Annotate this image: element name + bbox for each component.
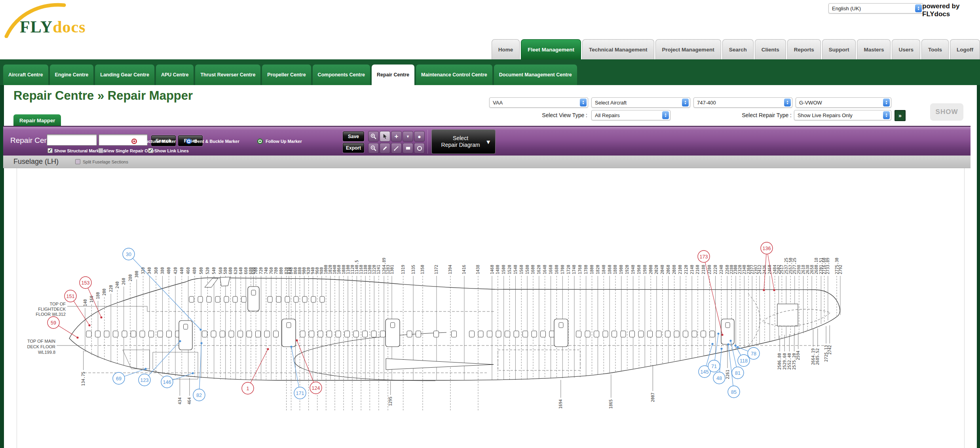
svg-text:500: 500 xyxy=(199,267,203,274)
expand-button[interactable]: » xyxy=(895,110,906,121)
svg-text:840: 840 xyxy=(289,267,293,274)
svg-text:2200: 2200 xyxy=(707,265,712,274)
split-fuselage-label: Split Fuselage Sections xyxy=(83,159,128,164)
main-tab-project-management[interactable]: Project Management xyxy=(655,39,721,59)
fuselage-diagram[interactable]: 1401601802002202402602803003203403603804… xyxy=(0,168,980,448)
door xyxy=(179,321,192,350)
sub-tab-landing-gear-centre[interactable]: Landing Gear Centre xyxy=(95,65,154,85)
main-tab-support[interactable]: Support xyxy=(822,39,856,59)
pencil-button[interactable] xyxy=(380,143,390,154)
split-fuselage-checkbox[interactable] xyxy=(75,159,80,164)
checkbox-show-link-lines[interactable]: ✓ xyxy=(148,148,153,153)
svg-text:1540: 1540 xyxy=(513,265,518,274)
svg-text:720: 720 xyxy=(259,267,263,274)
diagram-button-label: SelectRepair Diagram xyxy=(436,135,485,148)
legend-marker-icon xyxy=(257,139,263,144)
export-button[interactable]: Export xyxy=(343,143,364,153)
svg-text:780: 780 xyxy=(274,267,278,274)
svg-text:TOP OF: TOP OF xyxy=(49,302,66,306)
zoom-out-button[interactable] xyxy=(368,143,379,154)
sub-tab-propeller-centre[interactable]: Propeller Centre xyxy=(262,65,311,85)
svg-text:1860: 1860 xyxy=(608,265,612,274)
zoom-in-button[interactable] xyxy=(368,131,379,142)
ellipse-tool-button[interactable] xyxy=(414,143,425,154)
svg-text:1200: 1200 xyxy=(368,265,372,274)
svg-text:2658: 2658 xyxy=(810,265,814,274)
svg-text:123: 123 xyxy=(141,378,149,383)
main-tab-users[interactable]: Users xyxy=(892,39,920,59)
sub-tab-engine-centre[interactable]: Engine Centre xyxy=(50,65,94,85)
repair-type-select[interactable]: Show Live Repairs Only▲▼ xyxy=(794,110,891,120)
main-tab-home[interactable]: Home xyxy=(492,39,520,59)
sub-tab-apu-centre[interactable]: APU Centre xyxy=(156,65,194,85)
sub-tab-repair-centre[interactable]: Repair Centre xyxy=(372,65,414,85)
show-button[interactable]: SHOW xyxy=(930,103,963,121)
legend-item: Dent & Buckle Marker xyxy=(186,139,239,144)
main-tab-clients[interactable]: Clients xyxy=(755,39,786,59)
svg-text:1820: 1820 xyxy=(596,265,600,274)
main-tab-fleet-management[interactable]: Fleet Management xyxy=(521,39,581,59)
svg-text:740: 740 xyxy=(264,267,268,274)
legend-item: Structural Marker xyxy=(131,139,176,144)
line-tool-button[interactable] xyxy=(391,143,402,154)
main-tab-technical-management[interactable]: Technical Management xyxy=(582,39,654,59)
door xyxy=(248,287,259,311)
tab-repair-mapper[interactable]: Repair Mapper xyxy=(13,114,61,127)
svg-text:151: 151 xyxy=(66,294,75,299)
svg-text:118: 118 xyxy=(740,358,748,364)
fuselage-section-title: Fuselage (LH) xyxy=(13,158,59,166)
svg-text:1372: 1372 xyxy=(434,265,439,274)
svg-text:440: 440 xyxy=(180,267,184,274)
save-button[interactable]: Save xyxy=(343,131,364,141)
checkbox-view-single-repair-only[interactable] xyxy=(98,148,103,153)
svg-text:2577.25: 2577.25 xyxy=(792,258,797,274)
svg-text:460: 460 xyxy=(186,267,190,274)
svg-text:2007: 2007 xyxy=(651,393,655,402)
svg-text:78: 78 xyxy=(751,351,756,357)
main-tab-logoff[interactable]: Logoff xyxy=(950,39,980,59)
svg-text:600: 600 xyxy=(228,267,233,274)
aircraft-select[interactable]: Select Aircraft▲▼ xyxy=(591,97,690,108)
svg-text:220: 220 xyxy=(109,285,113,292)
main-tab-search[interactable]: Search xyxy=(722,39,754,59)
add-marker-button[interactable]: + xyxy=(391,131,402,142)
main-tab-tools[interactable]: Tools xyxy=(921,39,949,59)
sub-tab-thrust-reverser-centre[interactable]: Thrust Reverser Centre xyxy=(195,65,260,85)
repair-marker-151[interactable]: 151 xyxy=(65,290,91,327)
select-stepper-icon: ▲▼ xyxy=(883,111,890,119)
svg-text:1180: 1180 xyxy=(363,265,368,274)
sub-tab-components-centre[interactable]: Components Centre xyxy=(313,65,370,85)
language-select[interactable]: English (UK) ▲▼ xyxy=(828,3,923,13)
select-cursor-button[interactable] xyxy=(380,131,390,142)
repair-marker-59[interactable]: 59 xyxy=(47,317,79,339)
select-stepper-icon: ▲▼ xyxy=(915,4,922,12)
svg-text:136: 136 xyxy=(763,246,771,251)
svg-text:760: 760 xyxy=(269,267,273,274)
checkbox-show-structural-markers[interactable]: ✓ xyxy=(47,148,53,153)
view-type-select[interactable]: All Repairs▲▼ xyxy=(591,110,670,120)
svg-text:940: 940 xyxy=(311,267,315,274)
aircraft-type-select[interactable]: 747-400▲▼ xyxy=(693,97,792,108)
svg-text:2594: 2594 xyxy=(796,351,800,360)
svg-text:2685.52: 2685.52 xyxy=(815,348,820,365)
svg-text:880: 880 xyxy=(298,267,302,274)
sub-tab-document-management-centre[interactable]: Document Management Centre xyxy=(494,65,577,85)
search-input-1[interactable] xyxy=(47,134,97,146)
marker-triangle-button[interactable]: ▼ xyxy=(403,131,413,142)
svg-text:2618: 2618 xyxy=(801,265,805,274)
flydocs-logo[interactable]: FLYdocs xyxy=(4,2,99,38)
legend-marker-icon xyxy=(186,139,192,144)
operator-select[interactable]: VAA▲▼ xyxy=(489,97,588,108)
main-tab-reports[interactable]: Reports xyxy=(787,39,821,59)
main-nav: HomeFleet ManagementTechnical Management… xyxy=(490,39,980,59)
sub-tab-aircraft-centre[interactable]: Aircraft Centre xyxy=(3,65,48,85)
registration-select[interactable]: G-VWOW▲▼ xyxy=(796,97,891,108)
svg-text:434: 434 xyxy=(178,397,182,404)
sub-tab-maintenance-control-centre[interactable]: Maintenance Control Centre xyxy=(416,65,492,85)
main-tab-masters[interactable]: Masters xyxy=(857,39,891,59)
svg-text:200: 200 xyxy=(102,289,106,296)
select-repair-diagram-button[interactable]: SelectRepair Diagram ▼ xyxy=(431,129,496,154)
svg-text:1660: 1660 xyxy=(549,265,553,274)
rectangle-tool-button[interactable] xyxy=(403,143,413,154)
marker-dot-button[interactable]: ● xyxy=(414,131,425,142)
